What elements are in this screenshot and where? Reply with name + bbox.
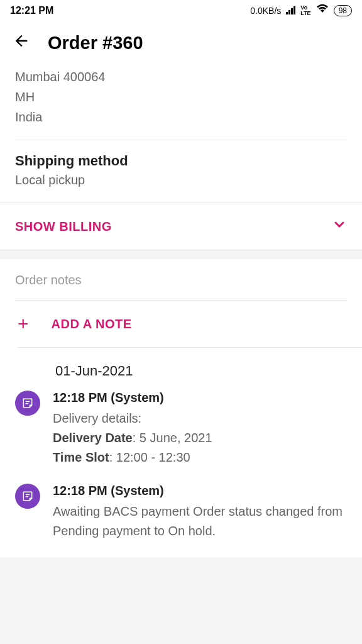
notes-date-header: 01-Jun-2021 <box>15 348 347 391</box>
status-bar: 12:21 PM 0.0KB/s VoLTE 98 <box>0 0 362 21</box>
note-icon <box>15 391 40 416</box>
order-notes-card: Order notes + ADD A NOTE 01-Jun-2021 12:… <box>0 259 362 557</box>
address-line: MH <box>15 87 347 107</box>
note-text: Delivery details: Delivery Date: 5 June,… <box>53 409 347 467</box>
show-billing-toggle[interactable]: SHOW BILLING <box>0 203 362 250</box>
back-button[interactable] <box>13 32 30 54</box>
chevron-down-icon <box>332 217 347 236</box>
page-header: Order #360 <box>0 21 362 67</box>
shipping-method-value: Local pickup <box>15 173 347 187</box>
signal-icon <box>286 6 295 14</box>
note-item: 12:18 PM (System) Awaiting BACS payment … <box>15 484 347 557</box>
status-indicators: 0.0KB/s VoLTE 98 <box>250 4 352 17</box>
note-timestamp: 12:18 PM (System) <box>53 391 347 405</box>
note-body: 12:18 PM (System) Delivery details: Deli… <box>53 391 347 467</box>
note-timestamp: 12:18 PM (System) <box>53 484 347 498</box>
address-line: Mumbai 400064 <box>15 67 347 87</box>
address-block: Mumbai 400064 MH India <box>15 67 347 140</box>
note-text: Awaiting BACS payment Order status chang… <box>53 502 347 541</box>
shipping-card: Mumbai 400064 MH India Shipping method L… <box>0 67 362 203</box>
lte-icon: VoLTE <box>300 5 310 16</box>
wifi-icon <box>316 4 329 17</box>
note-body: 12:18 PM (System) Awaiting BACS payment … <box>53 484 347 541</box>
shipping-method-title: Shipping method <box>15 153 347 169</box>
address-line: India <box>15 107 347 127</box>
page-title: Order #360 <box>48 33 143 53</box>
battery-indicator: 98 <box>334 5 352 16</box>
status-time: 12:21 PM <box>10 5 53 16</box>
note-item: 12:18 PM (System) Delivery details: Deli… <box>15 391 347 484</box>
note-icon <box>15 484 40 509</box>
network-speed: 0.0KB/s <box>250 6 281 16</box>
add-note-button[interactable]: + ADD A NOTE <box>18 301 362 348</box>
order-notes-label: Order notes <box>15 273 347 301</box>
add-note-label: ADD A NOTE <box>52 317 132 331</box>
plus-icon: + <box>18 314 29 333</box>
shipping-method: Shipping method Local pickup <box>15 140 347 203</box>
show-billing-label: SHOW BILLING <box>15 219 112 234</box>
